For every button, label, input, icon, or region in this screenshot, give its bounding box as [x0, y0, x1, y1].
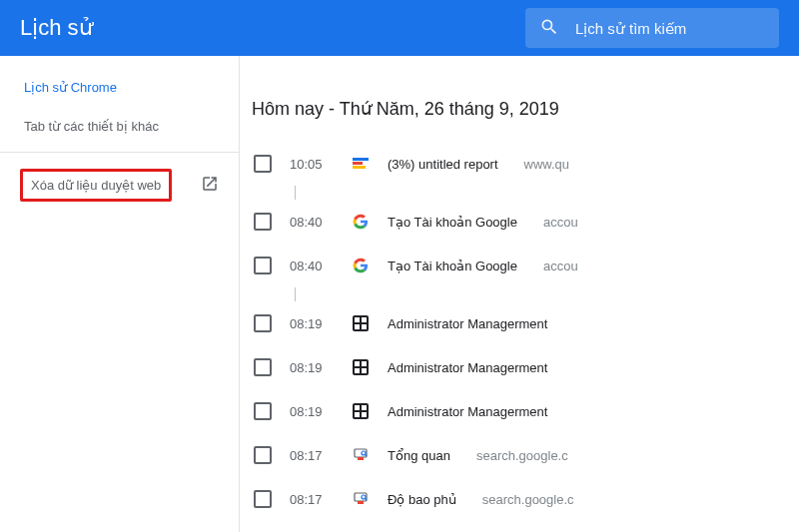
site-icon: [353, 155, 369, 174]
search-console-icon: [353, 447, 369, 463]
row-title: Tạo Tài khoản Google: [388, 215, 517, 230]
row-time: 08:17: [290, 448, 334, 463]
svg-rect-3: [355, 449, 367, 457]
row-time: 08:40: [290, 215, 334, 230]
row-checkbox[interactable]: [254, 213, 272, 231]
site-icon: [353, 315, 369, 331]
sidebar-item-clear-data[interactable]: Xóa dữ liệu duyệt web: [0, 159, 239, 212]
row-time: 08:19: [290, 316, 334, 331]
site-icon: [353, 403, 369, 419]
row-checkbox[interactable]: [254, 490, 272, 508]
row-title: (3%) untitled report: [388, 157, 498, 172]
row-favicon: [352, 155, 370, 174]
row-favicon: [352, 258, 370, 273]
search-bar[interactable]: [525, 8, 779, 48]
sidebar-divider: [0, 152, 239, 153]
svg-rect-0: [353, 158, 369, 161]
topbar: Lịch sử: [0, 0, 799, 56]
row-title: Administrator Managerment: [388, 404, 547, 419]
row-url: accou: [543, 259, 578, 273]
row-favicon: [352, 447, 370, 463]
google-icon: [353, 258, 369, 273]
search-console-icon: [353, 491, 369, 507]
row-favicon: [352, 214, 370, 230]
svg-rect-8: [358, 501, 364, 504]
row-title: Administrator Managerment: [388, 360, 547, 375]
sidebar: Lịch sử Chrome Tab từ các thiết bị khác …: [0, 56, 240, 532]
history-row[interactable]: 08:40Tạo Tài khoản Googleaccou: [240, 244, 799, 287]
row-url: search.google.c: [476, 448, 568, 463]
row-time: 08:17: [290, 492, 334, 507]
history-row[interactable]: 08:19Administrator Managerment: [240, 389, 799, 433]
row-favicon: [352, 491, 370, 507]
row-time: 08:19: [290, 360, 334, 375]
history-row[interactable]: 08:17Tổng quansearch.google.c: [240, 433, 799, 477]
svg-rect-4: [358, 457, 364, 460]
row-separator: [295, 186, 296, 200]
history-row[interactable]: 08:19Administrator Managerment: [240, 345, 799, 389]
history-row[interactable]: 08:40Tạo Tài khoản Googleaccou: [240, 200, 799, 244]
row-title: Độ bao phủ: [388, 492, 456, 507]
row-title: Tổng quan: [388, 448, 450, 463]
svg-rect-2: [353, 166, 366, 169]
row-favicon: [352, 315, 370, 331]
row-time: 08:40: [290, 259, 334, 273]
history-row[interactable]: 08:17Độ bao phủsearch.google.c: [240, 477, 799, 521]
sidebar-item-chrome-history[interactable]: Lịch sử Chrome: [0, 68, 239, 107]
row-checkbox[interactable]: [254, 314, 272, 332]
site-icon: [353, 359, 369, 375]
row-checkbox[interactable]: [254, 446, 272, 464]
row-checkbox[interactable]: [254, 155, 272, 173]
row-checkbox[interactable]: [254, 358, 272, 376]
row-url: accou: [543, 215, 578, 230]
row-time: 08:19: [290, 404, 334, 419]
row-title: Tạo Tài khoản Google: [388, 259, 517, 273]
row-url: search.google.c: [482, 492, 574, 507]
row-time: 10:05: [290, 157, 334, 172]
svg-rect-1: [353, 162, 363, 165]
search-icon: [539, 17, 559, 40]
row-checkbox[interactable]: [254, 402, 272, 420]
row-separator: [295, 287, 296, 301]
search-input[interactable]: [575, 20, 765, 37]
date-header: Hôm nay - Thứ Năm, 26 tháng 9, 2019: [240, 86, 799, 142]
page-title: Lịch sử: [20, 15, 525, 41]
row-checkbox[interactable]: [254, 257, 272, 274]
history-row[interactable]: 10:05(3%) untitled reportwww.qu: [240, 142, 799, 186]
history-list: 10:05(3%) untitled reportwww.qu08:40Tạo …: [240, 142, 799, 521]
row-url: www.qu: [524, 157, 570, 172]
google-icon: [353, 214, 369, 230]
launch-icon: [201, 175, 219, 196]
history-main: Hôm nay - Thứ Năm, 26 tháng 9, 2019 10:0…: [240, 56, 799, 532]
history-row[interactable]: 08:19Administrator Managerment: [240, 301, 799, 345]
svg-rect-7: [355, 493, 367, 501]
row-favicon: [352, 359, 370, 375]
clear-data-label: Xóa dữ liệu duyệt web: [20, 169, 172, 202]
row-title: Administrator Managerment: [388, 316, 547, 331]
row-favicon: [352, 403, 370, 419]
sidebar-item-tabs-other[interactable]: Tab từ các thiết bị khác: [0, 107, 239, 146]
content: Lịch sử Chrome Tab từ các thiết bị khác …: [0, 56, 799, 532]
